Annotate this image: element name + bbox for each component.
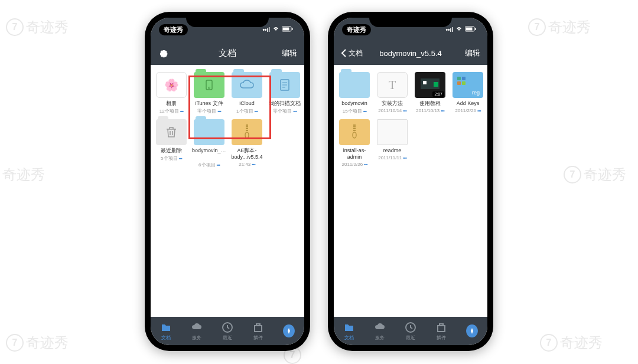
file-item[interactable]: 🌸相册12个项目••• [153, 71, 190, 116]
file-name: bodymovin [337, 100, 372, 107]
more-icon[interactable]: ••• [364, 162, 367, 167]
file-item[interactable]: bodymovin_v5.5.46个项目••• [191, 118, 227, 169]
svg-rect-12 [246, 130, 248, 131]
more-icon[interactable]: ••• [363, 109, 366, 114]
tab-icon [343, 322, 355, 333]
more-icon[interactable]: ••• [179, 156, 182, 161]
tab-icon [222, 322, 233, 333]
more-icon[interactable]: ••• [217, 109, 220, 114]
more-icon[interactable]: ••• [441, 108, 444, 113]
battery-icon [282, 26, 294, 33]
file-name: iCloud [230, 100, 264, 107]
tab-服务[interactable]: 服务 [374, 322, 386, 341]
carrier-label: 奇迹秀 [342, 24, 371, 35]
file-item[interactable]: AE脚本-body...iv5.5.421:43••• [229, 118, 265, 169]
file-item[interactable]: regAdd Keys2011/2/26••• [450, 71, 486, 116]
more-icon[interactable]: ••• [403, 108, 406, 113]
svg-rect-29 [353, 130, 356, 131]
file-meta: 15个项目••• [343, 108, 366, 114]
text-file-icon: T [377, 72, 408, 98]
compass-icon[interactable] [283, 324, 295, 337]
svg-rect-18 [475, 28, 476, 30]
svg-rect-2 [292, 28, 293, 30]
compass-icon[interactable] [466, 324, 478, 337]
tab-label: 插件 [253, 335, 263, 341]
svg-rect-26 [353, 124, 356, 126]
tab-文档[interactable]: 文档 [343, 322, 355, 341]
status-bar: 奇迹秀 ••ıl [151, 18, 304, 41]
edit-button[interactable]: 编辑 [451, 48, 480, 58]
page-title: bodymovin_v5.5.4 [370, 49, 451, 58]
svg-rect-24 [457, 81, 461, 85]
file-name: install-as-admin [337, 147, 372, 160]
file-name: bodymovin_v5.5.4 [192, 147, 226, 160]
svg-rect-27 [353, 126, 356, 127]
status-icons: ••ıl [262, 26, 294, 33]
file-meta: 1个项目••• [236, 108, 258, 114]
tab-文档[interactable]: 文档 [160, 322, 172, 341]
signal-icon: ••ıl [262, 27, 270, 33]
nav-bar: 文档 编辑 [151, 41, 304, 65]
phone-left: 奇迹秀 ••ıl 文档 编辑 🌸相册12个项目•••iTunes 文件零个项目•… [145, 12, 310, 351]
file-meta: 2011/2/26••• [455, 108, 481, 113]
wifi-icon [272, 26, 279, 33]
more-icon[interactable]: ••• [477, 108, 480, 113]
more-icon[interactable]: ••• [252, 162, 255, 167]
file-item[interactable]: 我的扫描文档零个项目••• [266, 71, 303, 116]
folder-icon [232, 72, 262, 98]
tab-icon [252, 322, 264, 333]
file-item[interactable]: install-as-admin2011/2/26••• [336, 118, 373, 168]
svg-rect-22 [457, 77, 461, 80]
more-icon[interactable]: ••• [293, 109, 296, 114]
tab-compass[interactable] [283, 325, 295, 337]
folder-icon [339, 72, 370, 98]
svg-rect-21 [434, 82, 438, 87]
tab-最近[interactable]: 最近 [405, 322, 416, 341]
file-item[interactable]: bodymovin15个项目••• [336, 71, 373, 116]
file-item[interactable]: T安装方法2011/10/14••• [374, 71, 411, 116]
file-meta: 21:43••• [239, 162, 255, 167]
settings-icon[interactable] [158, 48, 168, 58]
signal-icon: ••ıl [445, 27, 453, 33]
file-grid[interactable]: bodymovin15个项目•••T安装方法2011/10/14•••2:07使… [334, 65, 487, 317]
tab-compass[interactable] [466, 325, 478, 337]
more-icon[interactable]: ••• [255, 109, 258, 114]
tab-label: 最近 [223, 335, 232, 341]
file-meta: 零个项目••• [197, 108, 220, 114]
tab-bar: 文档服务最近插件 [151, 317, 304, 345]
tab-最近[interactable]: 最近 [222, 322, 233, 341]
file-name: 使用教程 [413, 100, 447, 107]
file-meta: 2011/10/13••• [416, 108, 444, 113]
file-grid[interactable]: 🌸相册12个项目•••iTunes 文件零个项目•••iCloud1个项目•••… [151, 65, 304, 317]
more-icon[interactable]: ••• [403, 155, 406, 160]
file-item[interactable]: 2:07使用教程2011/10/13••• [412, 71, 448, 116]
text-file-icon [377, 119, 408, 145]
tab-icon [466, 325, 478, 337]
file-item[interactable]: readme2011/11/11••• [374, 118, 411, 168]
tab-bar: 文档服务最近插件 [334, 317, 487, 345]
svg-rect-25 [462, 81, 466, 85]
file-item[interactable]: iCloud1个项目••• [229, 71, 265, 116]
carrier-label: 奇迹秀 [159, 24, 188, 35]
tab-icon [405, 322, 416, 333]
svg-rect-32 [438, 326, 445, 332]
zip-file-icon [339, 119, 370, 145]
svg-rect-20 [423, 81, 427, 84]
more-icon[interactable]: ••• [180, 109, 183, 114]
tab-icon [283, 325, 295, 337]
edit-button[interactable]: 编辑 [268, 48, 297, 58]
trash-folder-icon [156, 119, 187, 145]
tab-服务[interactable]: 服务 [191, 322, 203, 341]
file-item[interactable]: iTunes 文件零个项目••• [191, 71, 227, 116]
tab-插件[interactable]: 插件 [435, 322, 447, 341]
status-icons: ••ıl [445, 26, 477, 33]
svg-rect-11 [246, 128, 248, 129]
file-item[interactable]: 最近删除5个项目••• [153, 118, 190, 169]
tab-插件[interactable]: 插件 [252, 322, 264, 341]
svg-rect-9 [246, 124, 248, 126]
more-icon[interactable]: ••• [217, 162, 220, 168]
file-name: AE脚本-body...iv5.5.4 [230, 147, 264, 160]
file-name: readme [375, 147, 409, 154]
tab-icon [374, 322, 386, 333]
back-button[interactable]: 文档 [341, 48, 370, 58]
